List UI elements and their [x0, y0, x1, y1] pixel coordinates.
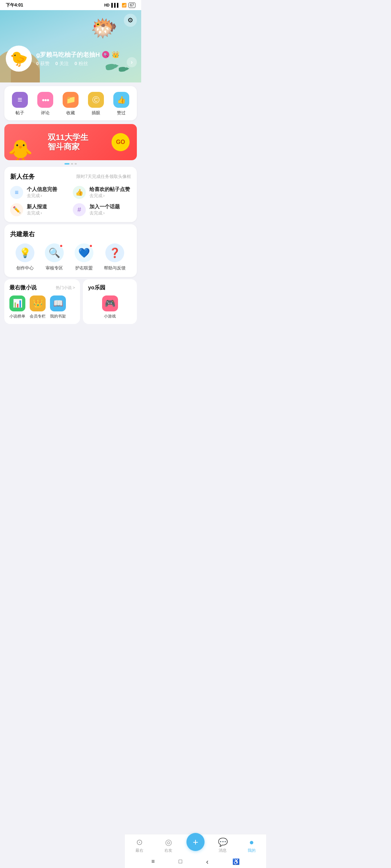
avatar[interactable]: 🐤	[6, 46, 32, 72]
coupons-label: 插眼	[92, 110, 100, 116]
banner-ad[interactable]: 🐥 双11大学生 智斗商家 GO	[4, 124, 137, 160]
help-icon: ❓	[109, 247, 121, 259]
crown-icon: 👑	[112, 51, 119, 59]
dot-2	[71, 163, 73, 165]
review-icon: 🔍	[49, 247, 60, 259]
help-icon-wrap: ❓	[105, 243, 124, 262]
novel-shelf-icon: 📖	[50, 295, 66, 311]
novel-shelf[interactable]: 📖 我的书架	[50, 295, 66, 319]
quick-nav-bar: ≡ 帖子 ●●● 评论 📁 收藏 Ⓒ 插眼 👍 赞过	[4, 86, 137, 120]
nav-favorites[interactable]: 📁 收藏	[60, 92, 81, 116]
settings-button[interactable]: ⚙	[124, 14, 137, 27]
hd-icon: HD	[104, 3, 109, 7]
task-profile-text: 个人信息完善 去完成 ›	[27, 186, 57, 199]
novel-rank-icon: 📊	[9, 295, 25, 311]
banner-duck-icon: 🐥	[8, 140, 33, 160]
main-content: ≡ 帖子 ●●● 评论 📁 收藏 Ⓒ 插眼 👍 赞过 🐥 双11大学生 智斗商家…	[0, 86, 141, 362]
task-action-3: 去完成 ›	[27, 210, 47, 216]
nav-coupons[interactable]: Ⓒ 插眼	[86, 92, 106, 116]
liked-icon: 👍	[113, 92, 129, 108]
novel-vip[interactable]: 👑 会员专栏	[30, 295, 46, 319]
build-help[interactable]: ❓ 帮助与反馈	[104, 243, 126, 271]
task-checkin[interactable]: ✏️ 新人报道 去完成 ›	[10, 203, 68, 216]
task-like-text: 给喜欢的帖子点赞 去完成 ›	[89, 186, 130, 199]
banner-indicators	[0, 163, 141, 165]
community-title: 共建最右	[10, 230, 35, 238]
posts-label: 帖子	[16, 110, 24, 116]
profile-name: g罗赖马吃柚子的老抽H 🔍 👑	[36, 51, 119, 59]
tasks-header: 新人任务 限时7天完成任务领取头像框	[10, 173, 131, 181]
banner-go-button[interactable]: GO	[112, 133, 130, 151]
tasks-subtitle: 限时7天完成任务领取头像框	[76, 174, 131, 180]
status-bar: 下午4:01 HD ▌▌▌ 📶 67	[0, 0, 141, 10]
signal-icon: ▌▌▌	[111, 3, 119, 7]
build-creation-center[interactable]: 💡 创作中心	[16, 243, 34, 271]
community-header: 共建最右	[10, 230, 131, 238]
nav-posts[interactable]: ≡ 帖子	[10, 92, 30, 116]
task-action-2: 去完成 ›	[89, 193, 130, 199]
favorites-icon: 📁	[63, 92, 79, 108]
comments-label: 评论	[41, 110, 50, 116]
task-topic-text: 加入一个话题 去完成 ›	[89, 204, 120, 216]
nav-liked[interactable]: 👍 赞过	[111, 92, 131, 116]
coupons-icon: Ⓒ	[88, 92, 104, 108]
creation-icon-wrap: 💡	[16, 243, 34, 262]
review-icon-wrap: 🔍	[45, 243, 64, 262]
new-user-tasks-section: 新人任务 限时7天完成任务领取头像框 ≡ 个人信息完善 去完成 › 👍 给喜欢的…	[4, 167, 137, 222]
yo-header: yo乐园	[88, 284, 132, 291]
build-review-zone[interactable]: 🔍 审核专区	[45, 243, 64, 271]
tasks-title: 新人任务	[10, 173, 35, 181]
build-alliance[interactable]: 💙 护右联盟	[75, 243, 93, 271]
profile-info: 🐤 g罗赖马吃柚子的老抽H 🔍 👑 0 获赞 0 关注 0 粉丝	[6, 46, 119, 72]
novel-header: 最右微小说 热门小说 >	[9, 284, 75, 291]
task-like-post[interactable]: 👍 给喜欢的帖子点赞 去完成 ›	[73, 186, 131, 199]
dot-1	[64, 163, 70, 165]
community-section: 共建最右 💡 创作中心 🔍 审核专区 💙 护	[4, 224, 137, 277]
dot-3	[75, 163, 77, 165]
bottom-sections: 最右微小说 热门小说 > 📊 小说榜单 👑 会员专栏 📖 我的书架	[4, 279, 137, 324]
followers-stat: 0 粉丝	[75, 60, 88, 67]
posts-icon: ≡	[12, 92, 28, 108]
following-stat: 0 关注	[55, 60, 69, 67]
task-checkin-text: 新人报道 去完成 ›	[27, 204, 47, 216]
favorites-label: 收藏	[66, 110, 75, 116]
task-checkin-icon: ✏️	[10, 203, 23, 216]
alliance-icon: 💙	[78, 247, 90, 259]
jellyfish-character: 🐡	[91, 17, 119, 46]
comments-icon: ●●●	[37, 92, 53, 108]
battery-icon: 67	[129, 3, 135, 8]
alliance-badge	[89, 244, 93, 248]
review-badge	[59, 244, 63, 248]
wifi-icon: 📶	[122, 3, 127, 8]
status-icons: HD ▌▌▌ 📶 67	[104, 3, 135, 8]
status-time: 下午4:01	[6, 2, 23, 8]
novel-items: 📊 小说榜单 👑 会员专栏 📖 我的书架	[9, 295, 75, 319]
community-items: 💡 创作中心 🔍 审核专区 💙 护右联盟 ❓	[10, 243, 131, 271]
nav-comments[interactable]: ●●● 评论	[35, 92, 55, 116]
task-action-1: 去完成 ›	[27, 193, 57, 199]
profile-text: g罗赖马吃柚子的老抽H 🔍 👑 0 获赞 0 关注 0 粉丝	[36, 51, 119, 67]
creation-icon: 💡	[19, 247, 31, 259]
task-topic-icon: #	[73, 203, 86, 216]
yo-game-label: 小游戏	[104, 314, 116, 319]
novel-section: 最右微小说 热门小说 > 📊 小说榜单 👑 会员专栏 📖 我的书架	[4, 279, 80, 324]
fish-2	[118, 67, 127, 72]
novel-rank[interactable]: 📊 小说榜单	[9, 295, 25, 319]
novel-title: 最右微小说	[9, 284, 37, 291]
novel-vip-icon: 👑	[30, 295, 46, 311]
profile-detail-arrow[interactable]: ›	[127, 57, 137, 67]
alliance-icon-wrap: 💙	[75, 243, 93, 262]
task-profile[interactable]: ≡ 个人信息完善 去完成 ›	[10, 186, 68, 199]
task-action-4: 去完成 ›	[89, 210, 120, 216]
liked-label: 赞过	[117, 110, 126, 116]
novel-link[interactable]: 热门小说 >	[56, 285, 75, 290]
task-topic[interactable]: # 加入一个话题 去完成 ›	[73, 203, 131, 216]
likes-stat: 0 获赞	[36, 60, 50, 67]
yo-game[interactable]: 🎮 小游戏	[88, 295, 132, 319]
task-profile-icon: ≡	[10, 186, 23, 199]
profile-stats: 0 获赞 0 关注 0 粉丝	[36, 60, 119, 67]
banner-text: 双11大学生 智斗商家	[48, 133, 88, 152]
vip-badge-icon: 🔍	[102, 51, 109, 58]
yo-title: yo乐园	[88, 284, 105, 291]
task-grid: ≡ 个人信息完善 去完成 › 👍 给喜欢的帖子点赞 去完成 ›	[10, 186, 131, 216]
